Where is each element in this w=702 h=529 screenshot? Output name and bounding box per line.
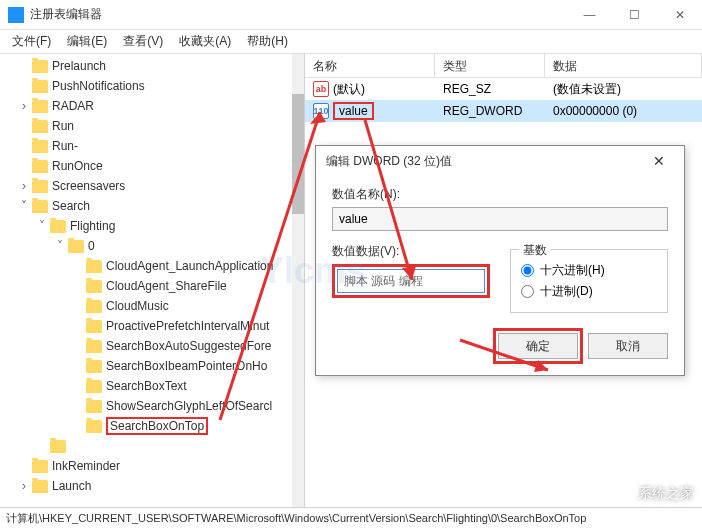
- list-row[interactable]: 110valueREG_DWORD0x00000000 (0): [305, 100, 702, 122]
- menu-view[interactable]: 查看(V): [115, 31, 171, 52]
- tree-item[interactable]: RunOnce: [0, 156, 304, 176]
- tree-item[interactable]: PushNotifications: [0, 76, 304, 96]
- tree-label: Search: [52, 199, 90, 213]
- tree-item[interactable]: SearchBoxOnTop: [0, 416, 304, 436]
- edit-dword-dialog: 编辑 DWORD (32 位)值 ✕ 数值名称(N): 数值数据(V): 基数 …: [315, 145, 685, 376]
- cancel-button[interactable]: 取消: [588, 333, 668, 359]
- dialog-title: 编辑 DWORD (32 位)值: [326, 153, 644, 170]
- folder-icon: [86, 260, 102, 273]
- menu-favorites[interactable]: 收藏夹(A): [171, 31, 239, 52]
- tree-label: SearchBoxText: [106, 379, 187, 393]
- folder-icon: [86, 320, 102, 333]
- tree-label: ProactivePrefetchIntervalMinut: [106, 319, 269, 333]
- tree-label: ShowSearchGlyphLeftOfSearcl: [106, 399, 272, 413]
- chevron-down-icon[interactable]: ˅: [54, 239, 66, 253]
- list-row[interactable]: ab(默认)REG_SZ(数值未设置): [305, 78, 702, 100]
- radix-hex-radio[interactable]: [521, 264, 534, 277]
- chevron-right-icon[interactable]: ›: [18, 479, 30, 493]
- radix-dec[interactable]: 十进制(D): [521, 283, 657, 300]
- tree-item[interactable]: ›Screensavers: [0, 176, 304, 196]
- folder-icon: [32, 60, 48, 73]
- tree-scrollbar[interactable]: [292, 54, 304, 507]
- tree-item[interactable]: CloudAgent_LaunchApplication: [0, 256, 304, 276]
- value-data-input[interactable]: [337, 269, 485, 293]
- dialog-close-button[interactable]: ✕: [644, 153, 674, 169]
- minimize-button[interactable]: —: [567, 0, 612, 30]
- tree-item[interactable]: CloudMusic: [0, 296, 304, 316]
- value-data-highlight: [332, 264, 490, 298]
- dialog-buttons: 确定 取消: [332, 333, 668, 359]
- tree-label: CloudAgent_LaunchApplication: [106, 259, 273, 273]
- chevron-right-icon[interactable]: ›: [18, 99, 30, 113]
- col-type[interactable]: 类型: [435, 54, 545, 77]
- tree-item[interactable]: Run-: [0, 136, 304, 156]
- titlebar: 注册表编辑器 — ☐ ✕: [0, 0, 702, 30]
- value-name-input[interactable]: [332, 207, 668, 231]
- maximize-button[interactable]: ☐: [612, 0, 657, 30]
- tree-item[interactable]: ›RADAR: [0, 96, 304, 116]
- value-data: (数值未设置): [545, 79, 702, 100]
- value-type: REG_DWORD: [435, 102, 545, 120]
- chevron-down-icon[interactable]: ˅: [18, 199, 30, 213]
- tree-label: InkReminder: [52, 459, 120, 473]
- tree-item[interactable]: ˅Flighting: [0, 216, 304, 236]
- tree-item[interactable]: SearchBoxIbeamPointerOnHo: [0, 356, 304, 376]
- tree-scroll-thumb[interactable]: [292, 94, 304, 214]
- window-controls: — ☐ ✕: [567, 0, 702, 30]
- tree-item[interactable]: ˅0: [0, 236, 304, 256]
- menu-help[interactable]: 帮助(H): [239, 31, 296, 52]
- tree-item[interactable]: SearchBoxText: [0, 376, 304, 396]
- tree-item[interactable]: ›Launch: [0, 476, 304, 496]
- ok-button[interactable]: 确定: [498, 333, 578, 359]
- tree-label: SearchBoxIbeamPointerOnHo: [106, 359, 267, 373]
- list-header: 名称 类型 数据: [305, 54, 702, 78]
- tree-label: CloudAgent_ShareFile: [106, 279, 227, 293]
- chevron-right-icon[interactable]: ›: [18, 179, 30, 193]
- tree-label: Run-: [52, 139, 78, 153]
- radix-legend: 基数: [519, 242, 551, 259]
- folder-icon: [32, 100, 48, 113]
- folder-icon: [50, 220, 66, 233]
- folder-icon: [68, 240, 84, 253]
- radix-hex[interactable]: 十六进制(H): [521, 262, 657, 279]
- close-button[interactable]: ✕: [657, 0, 702, 30]
- statusbar: 计算机\HKEY_CURRENT_USER\SOFTWARE\Microsoft…: [0, 507, 702, 529]
- radix-group: 基数 十六进制(H) 十进制(D): [510, 249, 668, 313]
- value-name: (默认): [333, 81, 365, 98]
- folder-icon: [32, 200, 48, 213]
- tree-item[interactable]: CloudAgent_ShareFile: [0, 276, 304, 296]
- folder-icon: [32, 160, 48, 173]
- value-name: value: [333, 102, 374, 120]
- folder-icon: [32, 120, 48, 133]
- folder-icon: [86, 380, 102, 393]
- radix-dec-radio[interactable]: [521, 285, 534, 298]
- tree-item[interactable]: ˅Search: [0, 196, 304, 216]
- folder-icon: [32, 140, 48, 153]
- menu-file[interactable]: 文件(F): [4, 31, 59, 52]
- tree-label: SearchBoxAutoSuggestedFore: [106, 339, 271, 353]
- tree-item[interactable]: Run: [0, 116, 304, 136]
- menu-edit[interactable]: 编辑(E): [59, 31, 115, 52]
- value-type: REG_SZ: [435, 80, 545, 98]
- menubar: 文件(F) 编辑(E) 查看(V) 收藏夹(A) 帮助(H): [0, 30, 702, 54]
- tree-label: SearchBoxOnTop: [106, 417, 208, 435]
- tree-label: Launch: [52, 479, 91, 493]
- col-data[interactable]: 数据: [545, 54, 702, 77]
- value-data: 0x00000000 (0): [545, 102, 702, 120]
- chevron-down-icon[interactable]: ˅: [36, 219, 48, 233]
- tree-item[interactable]: ProactivePrefetchIntervalMinut: [0, 316, 304, 336]
- tree-item[interactable]: [0, 436, 304, 456]
- value-data-label: 数值数据(V):: [332, 243, 490, 260]
- folder-icon: [32, 460, 48, 473]
- tree-label: Flighting: [70, 219, 115, 233]
- dialog-body: 数值名称(N): 数值数据(V): 基数 十六进制(H) 十: [316, 176, 684, 375]
- tree-item[interactable]: InkReminder: [0, 456, 304, 476]
- tree-label: PushNotifications: [52, 79, 145, 93]
- tree-item[interactable]: SearchBoxAutoSuggestedFore: [0, 336, 304, 356]
- tree-item[interactable]: Prelaunch: [0, 56, 304, 76]
- radix-dec-label: 十进制(D): [540, 283, 593, 300]
- col-name[interactable]: 名称: [305, 54, 435, 77]
- dialog-titlebar[interactable]: 编辑 DWORD (32 位)值 ✕: [316, 146, 684, 176]
- tree-item[interactable]: ShowSearchGlyphLeftOfSearcl: [0, 396, 304, 416]
- folder-icon: [32, 480, 48, 493]
